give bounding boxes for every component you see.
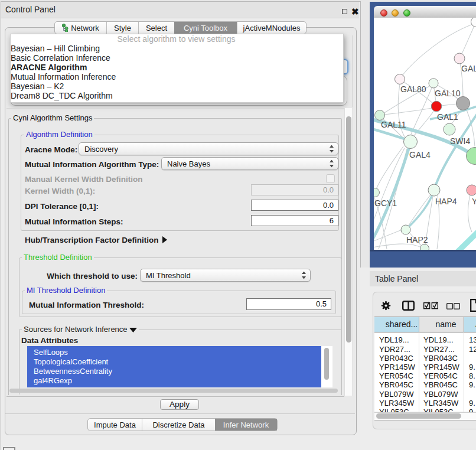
svg-text:GAL11: GAL11 bbox=[381, 120, 406, 129]
svg-text:Y: Y bbox=[472, 197, 476, 206]
svg-text:GAL10: GAL10 bbox=[435, 89, 461, 98]
svg-text:GAL4: GAL4 bbox=[409, 150, 431, 159]
svg-text:GAL80: GAL80 bbox=[400, 84, 426, 94]
svg-text:GAL: GAL bbox=[461, 64, 476, 73]
svg-text:GCY1: GCY1 bbox=[374, 198, 397, 208]
svg-text:GAL1: GAL1 bbox=[437, 112, 458, 122]
svg-text:HAP4: HAP4 bbox=[435, 197, 457, 206]
svg-text:HAP2: HAP2 bbox=[406, 235, 428, 244]
svg-text:SWI4: SWI4 bbox=[450, 136, 470, 146]
